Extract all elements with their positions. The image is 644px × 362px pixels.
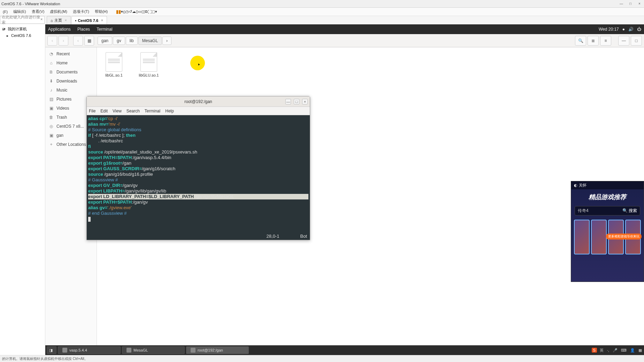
clock-label[interactable]: Wed 20:17	[599, 27, 619, 32]
file-libgl[interactable]: libGL.so.1	[102, 52, 126, 77]
sidebar-home[interactable]: ⌂Home	[45, 58, 97, 68]
sidebar-disk-label: CentOS 7 x8...	[56, 124, 84, 129]
downloads-icon: ⬇	[49, 79, 54, 84]
sidebar-recent[interactable]: ◔Recent	[45, 49, 97, 58]
file-libglu[interactable]: libGLU.so.1	[137, 52, 161, 77]
file-icon	[106, 52, 122, 72]
terminal-minimize-icon[interactable]: —	[285, 99, 291, 104]
crumb-lib[interactable]: lib	[126, 37, 138, 45]
tab-home[interactable]: ⌂ 主页 ×	[47, 16, 71, 24]
manage-icon[interactable]: ☁	[132, 9, 136, 14]
power-icon[interactable]: ⏻	[637, 27, 641, 32]
snapshot-icon[interactable]: ⎙	[123, 10, 125, 14]
vmware-library-tree: 🖳 我的计算机 ▸ CentOS 7.6	[0, 24, 45, 355]
menu-tabs[interactable]: 选项卡(T)	[70, 9, 92, 14]
terminal-window[interactable]: root@192:/gan — □ × File Edit View Searc…	[86, 96, 310, 240]
tray-keyboard-icon[interactable]: ⌨	[620, 348, 627, 353]
layout2-icon[interactable]: ▭	[138, 9, 141, 14]
task-vasp[interactable]: vasp.5.4.4	[58, 346, 121, 354]
close-library-icon[interactable]: ×	[40, 17, 43, 21]
menu-vm[interactable]: 虚拟机(M)	[47, 9, 70, 14]
layout4-icon[interactable]: ⧉	[145, 9, 148, 14]
revert-icon[interactable]: ↺	[129, 9, 132, 14]
menu-file[interactable]: (F)	[0, 10, 10, 14]
sidebar-music-label: Music	[56, 88, 67, 93]
fullscreen-icon[interactable]: ⛶	[148, 10, 152, 14]
tab-centos[interactable]: ▪ CentOS 7.6 ×	[71, 16, 107, 24]
ad-titlebar-label: 关怀	[579, 183, 586, 188]
nav-back-button[interactable]: ‹	[47, 36, 57, 46]
terminal-menu[interactable]: Terminal	[97, 27, 112, 32]
ad-search-value: 传奇4	[578, 208, 589, 214]
ad-thumb[interactable]	[591, 220, 607, 254]
term-menu-search[interactable]: Search	[127, 109, 140, 113]
window-maximize-icon[interactable]: □	[631, 36, 642, 46]
tray-punct-icon[interactable]: ·,	[606, 348, 610, 352]
ime-sogou-icon[interactable]: S	[592, 348, 597, 353]
file-label: libGLU.so.1	[139, 73, 159, 77]
terminal-title: root@192:/gan	[184, 99, 212, 104]
tray-grid-icon[interactable]: ▦	[638, 348, 643, 353]
terminal-output[interactable]: alias cp='cp -i'alias mv='mv -i'# Source…	[87, 115, 310, 234]
sidebar-documents[interactable]: 🗎Documents	[45, 68, 97, 77]
volume-icon[interactable]: 🔊	[628, 27, 634, 32]
ad-titlebar[interactable]: ◐ 关怀	[571, 181, 644, 189]
pause-icon[interactable]: ▮▮	[116, 9, 121, 14]
tray-person-icon[interactable]: 👤	[629, 348, 636, 353]
ad-thumb[interactable]	[574, 220, 590, 254]
maximize-icon[interactable]: □	[626, 0, 635, 7]
terminal-close-icon[interactable]: ×	[302, 99, 308, 104]
nav-home-button[interactable]: ▦	[84, 36, 94, 46]
term-menu-view[interactable]: View	[113, 109, 122, 113]
ad-search-input[interactable]: 传奇4 🔍 搜索	[575, 206, 640, 215]
task-mesagl[interactable]: MesaGL	[122, 346, 185, 354]
crumb-gan[interactable]: gan	[98, 37, 112, 45]
pictures-icon: ▤	[49, 97, 54, 102]
sidebar-music[interactable]: ♪Music	[45, 86, 97, 95]
menu-help[interactable]: 帮助(H)	[92, 9, 110, 14]
ad-search-button[interactable]: 🔍 搜索	[622, 208, 637, 214]
ad-popup[interactable]: ◐ 关怀 精品游戏推荐 传奇4 🔍 搜索 更多精彩游戏等你来玩	[571, 181, 644, 282]
tree-vm[interactable]: ▸ CentOS 7.6	[0, 32, 45, 39]
layout3-icon[interactable]: ◫	[141, 9, 145, 14]
crumb-gv[interactable]: gv	[113, 37, 125, 45]
menu-edit[interactable]: 编辑(E)	[10, 9, 29, 14]
close-tab-icon[interactable]: ×	[65, 18, 67, 22]
crumb-mesagl[interactable]: MesaGL	[138, 37, 162, 45]
sidebar-downloads[interactable]: ⬇Downloads	[45, 77, 97, 86]
tray-mic-icon[interactable]: 🎤	[612, 348, 618, 353]
task-terminal[interactable]: root@192:/gan	[186, 346, 249, 354]
close-icon[interactable]: ×	[635, 0, 644, 7]
term-menu-edit[interactable]: Edit	[100, 109, 108, 113]
vm-icon: ▪	[75, 18, 77, 23]
terminal-maximize-icon[interactable]: □	[294, 99, 299, 104]
ad-headline: 精品游戏推荐	[571, 189, 644, 205]
term-menu-terminal[interactable]: Terminal	[145, 109, 160, 113]
close-tab-icon[interactable]: ×	[101, 18, 103, 22]
hamburger-icon[interactable]: ≡	[600, 36, 611, 46]
unity-icon[interactable]: ▢▾	[152, 9, 157, 14]
library-search-input[interactable]: 在此处键入内容进行搜索	[0, 16, 45, 24]
places-menu[interactable]: Places	[77, 27, 90, 32]
search-placeholder: 在此处键入内容进行搜索	[2, 15, 43, 25]
tree-root[interactable]: 🖳 我的计算机	[0, 26, 45, 32]
folder-icon: ▣	[49, 133, 54, 138]
status-message: 的计算机。请将鼠标指针从虚拟机中移出或按 Ctrl+Alt。	[2, 356, 88, 361]
menu-view[interactable]: 查看(V)	[29, 9, 47, 14]
terminal-titlebar[interactable]: root@192:/gan — □ ×	[87, 96, 310, 107]
videos-icon: ▣	[49, 106, 54, 111]
crumb-more-icon[interactable]: ›	[162, 37, 171, 45]
show-desktop-button[interactable]: ◨	[47, 346, 56, 354]
apps-menu[interactable]: Applications	[48, 27, 71, 32]
term-menu-file[interactable]: File	[89, 109, 95, 113]
minimize-icon[interactable]: —	[617, 0, 626, 7]
search-icon[interactable]: 🔍	[575, 36, 586, 46]
term-menu-help[interactable]: Help	[165, 109, 174, 113]
nav-up-button[interactable]: ‹	[73, 36, 83, 46]
window-minimize-icon[interactable]: —	[618, 36, 629, 46]
ime-lang-label[interactable]: 英	[599, 348, 604, 353]
nav-forward-button[interactable]: ›	[59, 36, 68, 46]
view-list-icon[interactable]: ≣	[588, 36, 599, 46]
task-label: root@192:/gan	[198, 348, 223, 352]
clock-icon[interactable]: ◷	[125, 9, 129, 14]
